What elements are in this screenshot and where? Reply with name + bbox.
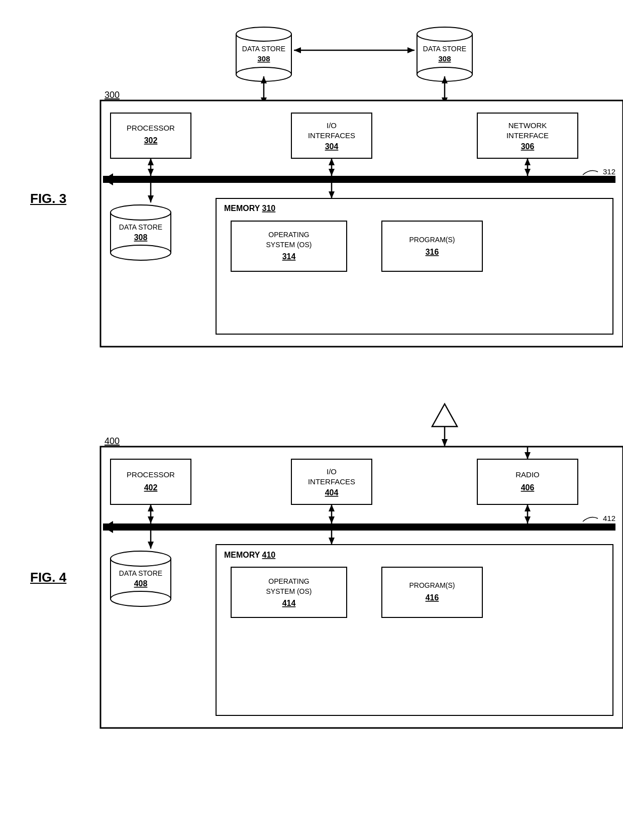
svg-rect-77 [103, 523, 615, 531]
svg-text:314: 314 [282, 252, 296, 261]
svg-marker-14 [294, 47, 301, 53]
svg-text:316: 316 [426, 248, 439, 256]
svg-text:OPERATING: OPERATING [268, 577, 309, 585]
fig3-section: FIG. 3 DATA STORE 308 [30, 20, 593, 364]
svg-text:302: 302 [144, 136, 158, 145]
svg-rect-74 [477, 459, 578, 504]
svg-text:PROGRAM(S): PROGRAM(S) [409, 236, 455, 244]
fig4-label: FIG. 4 [30, 570, 66, 585]
svg-text:DATA STORE: DATA STORE [423, 45, 466, 53]
svg-text:NETWORK: NETWORK [508, 121, 547, 130]
svg-text:414: 414 [282, 599, 296, 607]
svg-text:416: 416 [426, 593, 439, 602]
svg-text:308: 308 [438, 54, 451, 63]
svg-rect-32 [103, 176, 615, 183]
svg-point-6 [417, 27, 472, 41]
svg-text:308: 308 [257, 54, 270, 63]
svg-rect-67 [111, 459, 191, 504]
svg-text:306: 306 [521, 142, 535, 151]
svg-text:I/O: I/O [327, 467, 337, 476]
svg-point-1 [236, 27, 291, 41]
fig3-label: FIG. 3 [30, 191, 66, 206]
svg-marker-64 [442, 439, 448, 447]
svg-text:PROCESSOR: PROCESSOR [127, 470, 175, 479]
fig3-diagram: DATA STORE 308 DATA STORE 308 [95, 20, 593, 364]
svg-text:PROCESSOR: PROCESSOR [127, 124, 175, 132]
svg-text:PROGRAM(S): PROGRAM(S) [409, 581, 455, 589]
svg-text:DATA STORE: DATA STORE [119, 569, 162, 577]
fig4-diagram: 400 PROCESSOR 402 I/O INTERFACES 404 RAD… [95, 399, 593, 753]
datastore-bottom-left: DATA STORE 308 [111, 205, 171, 260]
svg-rect-21 [111, 113, 191, 158]
svg-rect-106 [382, 567, 482, 617]
svg-text:I/O: I/O [327, 121, 337, 130]
datastore-top-left: DATA STORE 308 [236, 27, 291, 81]
svg-rect-59 [382, 221, 482, 271]
fig4-svg: 400 PROCESSOR 402 I/O INTERFACES 404 RAD… [95, 399, 623, 751]
svg-text:OPERATING: OPERATING [268, 231, 309, 239]
svg-point-92 [111, 551, 171, 566]
svg-text:MEMORY 310: MEMORY 310 [224, 204, 275, 213]
svg-text:INTERFACES: INTERFACES [308, 131, 355, 140]
fig4-section: FIG. 4 400 PROCESSOR 402 [30, 399, 593, 753]
svg-text:300: 300 [105, 90, 120, 100]
svg-point-45 [111, 205, 171, 220]
svg-text:308: 308 [134, 233, 148, 242]
page: FIG. 3 DATA STORE 308 [0, 0, 623, 840]
svg-text:SYSTEM (OS): SYSTEM (OS) [266, 241, 312, 249]
svg-text:304: 304 [325, 142, 339, 151]
svg-text:SYSTEM (OS): SYSTEM (OS) [266, 587, 312, 595]
svg-point-93 [111, 591, 171, 606]
svg-text:DATA STORE: DATA STORE [119, 223, 162, 231]
svg-marker-15 [407, 47, 414, 53]
svg-marker-62 [432, 404, 457, 427]
datastore-fig4: DATA STORE 408 [111, 551, 171, 606]
svg-text:412: 412 [603, 514, 615, 522]
svg-text:404: 404 [325, 488, 339, 497]
fig3-svg: DATA STORE 308 DATA STORE 308 [95, 20, 623, 362]
svg-point-46 [111, 245, 171, 260]
svg-text:INTERFACE: INTERFACE [506, 131, 549, 140]
svg-text:MEMORY 410: MEMORY 410 [224, 551, 275, 559]
svg-text:408: 408 [134, 579, 148, 588]
datastore-top-right: DATA STORE 308 [417, 27, 472, 81]
svg-text:DATA STORE: DATA STORE [242, 45, 285, 53]
svg-text:400: 400 [105, 436, 120, 446]
svg-text:RADIO: RADIO [515, 470, 540, 479]
svg-text:312: 312 [603, 167, 615, 176]
svg-text:INTERFACES: INTERFACES [308, 477, 355, 486]
svg-text:402: 402 [144, 483, 158, 492]
svg-text:406: 406 [521, 483, 535, 492]
